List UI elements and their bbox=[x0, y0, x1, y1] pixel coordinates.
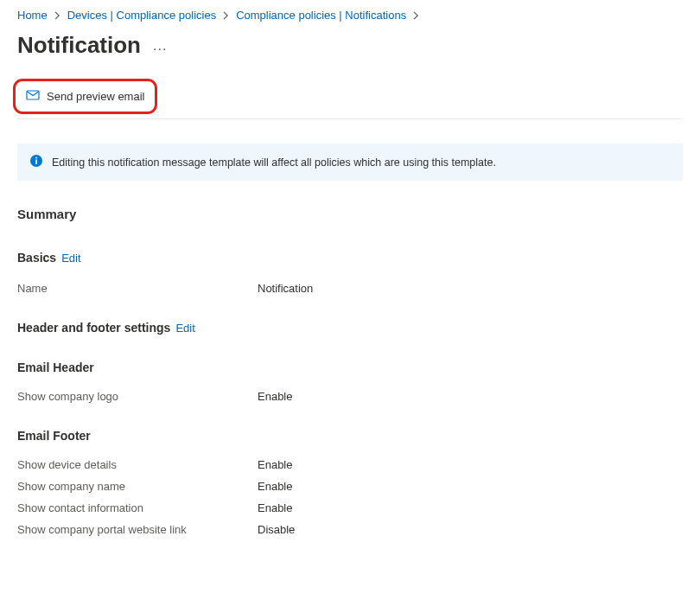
show-logo-label: Show company logo bbox=[17, 390, 258, 403]
summary-heading: Summary bbox=[17, 207, 683, 221]
svg-rect-2 bbox=[35, 160, 37, 165]
breadcrumb-home[interactable]: Home bbox=[17, 9, 48, 22]
email-header-heading: Email Header bbox=[17, 361, 683, 374]
info-banner-text: Editing this notification message templa… bbox=[52, 156, 496, 169]
chevron-right-icon bbox=[413, 11, 419, 20]
more-actions-button[interactable]: ··· bbox=[153, 41, 167, 57]
show-logo-row: Show company logo Enable bbox=[17, 390, 683, 403]
title-row: Notification ··· bbox=[17, 32, 683, 59]
breadcrumb-devices[interactable]: Devices | Compliance policies bbox=[67, 9, 216, 22]
basics-heading-row: Basics Edit bbox=[17, 251, 683, 265]
chevron-right-icon bbox=[223, 11, 229, 20]
basics-edit-link[interactable]: Edit bbox=[61, 252, 80, 265]
show-device-value: Enable bbox=[258, 458, 292, 471]
show-contact-label: Show contact information bbox=[17, 501, 258, 514]
name-label: Name bbox=[17, 282, 258, 295]
show-company-row: Show company name Enable bbox=[17, 480, 683, 493]
basics-heading: Basics bbox=[17, 251, 56, 265]
show-portal-value: Disable bbox=[258, 523, 295, 536]
show-logo-value: Enable bbox=[258, 390, 292, 403]
breadcrumb-policies[interactable]: Compliance policies | Notifications bbox=[236, 9, 406, 22]
header-footer-heading-row: Header and footer settings Edit bbox=[17, 321, 683, 335]
basics-name-row: Name Notification bbox=[17, 282, 683, 295]
mail-icon bbox=[26, 88, 40, 105]
toolbar: Send preview email bbox=[17, 83, 683, 119]
show-contact-row: Show contact information Enable bbox=[17, 501, 683, 514]
email-footer-heading: Email Footer bbox=[17, 429, 683, 443]
send-preview-label: Send preview email bbox=[47, 90, 144, 103]
show-device-label: Show device details bbox=[17, 458, 258, 471]
breadcrumb: Home Devices | Compliance policies Compl… bbox=[17, 9, 683, 22]
svg-point-3 bbox=[35, 157, 37, 159]
page-title: Notification bbox=[17, 32, 141, 59]
send-preview-email-button[interactable]: Send preview email bbox=[17, 83, 153, 110]
show-portal-label: Show company portal website link bbox=[17, 523, 258, 536]
show-device-row: Show device details Enable bbox=[17, 458, 683, 471]
header-footer-edit-link[interactable]: Edit bbox=[175, 322, 194, 335]
show-company-value: Enable bbox=[258, 480, 292, 493]
name-value: Notification bbox=[258, 282, 313, 295]
show-contact-value: Enable bbox=[258, 501, 292, 514]
info-banner: Editing this notification message templa… bbox=[17, 144, 683, 181]
show-portal-row: Show company portal website link Disable bbox=[17, 523, 683, 536]
header-footer-heading: Header and footer settings bbox=[17, 321, 170, 335]
show-company-label: Show company name bbox=[17, 480, 258, 493]
chevron-right-icon bbox=[54, 11, 60, 20]
info-icon bbox=[29, 154, 43, 170]
